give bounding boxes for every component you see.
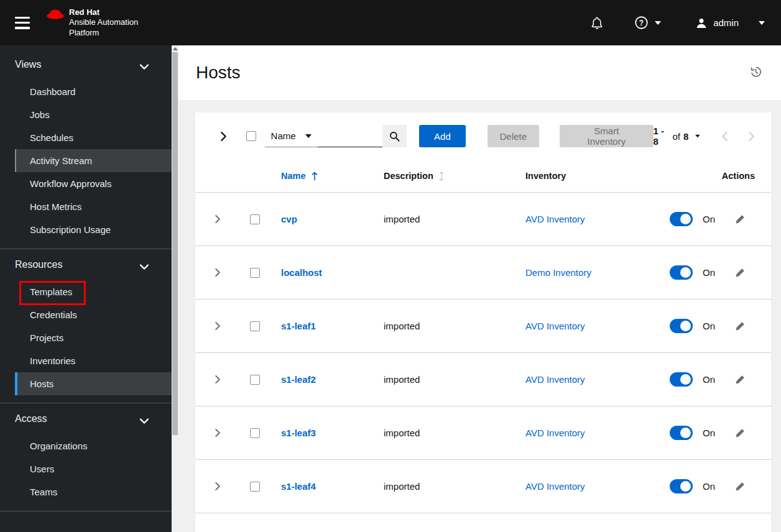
sidebar-scrollbar[interactable] <box>172 45 178 532</box>
delete-button[interactable]: Delete <box>488 125 539 147</box>
caret-down-icon <box>305 134 312 138</box>
nav-section-header[interactable]: Views <box>0 59 172 70</box>
host-enabled-toggle[interactable] <box>670 319 693 333</box>
toggle-state-label: On <box>703 321 715 331</box>
pencil-icon <box>735 214 745 224</box>
main-area: Hosts <box>178 45 781 532</box>
inventory-link[interactable]: Demo Inventory <box>525 267 591 278</box>
inventory-link[interactable]: AVD Inventory <box>525 374 585 385</box>
inventory-link[interactable]: AVD Inventory <box>525 428 585 438</box>
host-enabled-toggle[interactable] <box>670 265 693 280</box>
row-expand-button[interactable] <box>215 321 221 331</box>
nav-section: Views DashboardJobsSchedulesActivity Str… <box>0 45 172 249</box>
sidebar-item-credentials[interactable]: Credentials <box>15 303 172 326</box>
angle-left-icon <box>721 131 728 142</box>
host-enabled-toggle[interactable] <box>670 372 693 387</box>
inventory-link[interactable]: AVD Inventory <box>525 481 585 492</box>
row-expand-button[interactable] <box>215 214 221 224</box>
brand-line3: Platform <box>69 28 138 39</box>
row-checkbox[interactable] <box>250 214 260 224</box>
nav-section-header[interactable]: Access <box>0 413 172 424</box>
nav-toggle-hamburger-icon[interactable] <box>15 17 30 29</box>
sidebar-item-subscription-usage[interactable]: Subscription Usage <box>15 218 172 241</box>
host-name-link[interactable]: s1-leaf1 <box>281 321 316 331</box>
edit-host-button[interactable] <box>735 375 745 385</box>
sidebar-item-dashboard[interactable]: Dashboard <box>15 80 172 103</box>
host-enabled-toggle[interactable] <box>670 479 693 493</box>
pencil-icon <box>735 268 745 278</box>
edit-host-button[interactable] <box>735 428 745 438</box>
question-circle-icon: ? <box>635 16 648 29</box>
pagination-summary[interactable]: 1 - 8 of 8 <box>654 126 700 147</box>
filter-type-select[interactable]: Name <box>265 125 318 147</box>
edit-host-button[interactable] <box>735 214 745 224</box>
host-name-link[interactable]: s1-leaf3 <box>281 428 316 438</box>
column-header-description[interactable]: Description <box>374 171 515 181</box>
pagination-next-button[interactable] <box>748 131 755 142</box>
host-name-link[interactable]: s1-leaf4 <box>281 481 316 492</box>
angle-right-icon <box>215 268 221 277</box>
nav-section-label: Access <box>15 413 47 424</box>
sidebar-item-inventories[interactable]: Inventories <box>15 349 172 372</box>
page-title: Hosts <box>196 63 241 83</box>
host-name-link[interactable]: cvp <box>281 214 297 224</box>
nav-section-header[interactable]: Resources <box>0 259 172 270</box>
row-checkbox[interactable] <box>250 482 260 492</box>
table-row: s1-leaf3 imported AVD Inventory On <box>195 406 771 460</box>
select-all-checkbox[interactable] <box>246 131 256 141</box>
edit-host-button[interactable] <box>735 268 745 278</box>
user-menu-button[interactable]: admin <box>696 17 765 29</box>
brand-logo: Red Hat Ansible Automation Platform <box>46 7 138 39</box>
sidebar-item-teams[interactable]: Teams <box>15 480 172 503</box>
column-header-name[interactable]: Name <box>271 171 374 181</box>
inventory-link[interactable]: AVD Inventory <box>525 214 585 224</box>
sidebar-item-workflow-approvals[interactable]: Workflow Approvals <box>15 172 172 195</box>
sidebar-item-organizations[interactable]: Organizations <box>15 434 172 457</box>
host-name-link[interactable]: s1-leaf2 <box>281 374 316 385</box>
toggle-state-label: On <box>703 214 715 224</box>
inventory-link[interactable]: AVD Inventory <box>525 321 585 331</box>
search-button[interactable] <box>382 125 407 147</box>
masthead: Red Hat Ansible Automation Platform ? <box>0 0 781 45</box>
row-expand-button[interactable] <box>215 428 221 438</box>
edit-host-button[interactable] <box>735 321 745 331</box>
sidebar-item-schedules[interactable]: Schedules <box>15 126 172 149</box>
search-input[interactable] <box>318 125 382 147</box>
scrollbar-thumb[interactable] <box>172 52 178 435</box>
add-button[interactable]: Add <box>419 125 466 147</box>
row-expand-button[interactable] <box>215 375 221 384</box>
row-checkbox[interactable] <box>250 268 260 278</box>
angle-right-icon <box>215 482 221 491</box>
row-checkbox[interactable] <box>250 321 260 331</box>
filter-type-label: Name <box>271 131 296 141</box>
smart-inventory-button[interactable]: Smart Inventory <box>560 125 653 147</box>
column-label: Actions <box>722 171 755 181</box>
angle-right-icon <box>215 321 221 331</box>
sidebar-item-templates[interactable]: Templates <box>15 280 172 303</box>
scrollbar-up-arrow-icon[interactable] <box>173 47 178 50</box>
table-row: cvp imported AVD Inventory On <box>195 193 771 246</box>
expand-all-button[interactable] <box>220 131 227 142</box>
pagination-range: 1 - 8 <box>654 126 670 147</box>
sidebar-item-hosts[interactable]: Hosts <box>15 372 172 395</box>
sidebar-item-projects[interactable]: Projects <box>15 326 172 349</box>
pagination-prev-button[interactable] <box>721 131 728 142</box>
sidebar-item-activity-stream[interactable]: Activity Stream <box>15 149 172 172</box>
edit-host-button[interactable] <box>735 482 745 492</box>
sidebar-item-host-metrics[interactable]: Host Metrics <box>15 195 172 218</box>
sidebar-item-users[interactable]: Users <box>15 457 172 480</box>
notifications-button[interactable] <box>591 17 603 29</box>
history-button[interactable] <box>749 65 762 80</box>
column-label: Description <box>384 171 433 181</box>
host-enabled-toggle[interactable] <box>670 426 693 440</box>
row-expand-button[interactable] <box>215 482 221 491</box>
host-name-link[interactable]: localhost <box>281 267 322 278</box>
row-checkbox[interactable] <box>250 428 260 438</box>
row-expand-button[interactable] <box>215 268 221 277</box>
sidebar-item-jobs[interactable]: Jobs <box>15 103 172 126</box>
search-icon <box>389 131 400 142</box>
row-checkbox[interactable] <box>250 375 260 385</box>
help-menu-button[interactable]: ? <box>635 16 661 29</box>
host-description: imported <box>374 214 515 224</box>
host-enabled-toggle[interactable] <box>670 212 693 226</box>
